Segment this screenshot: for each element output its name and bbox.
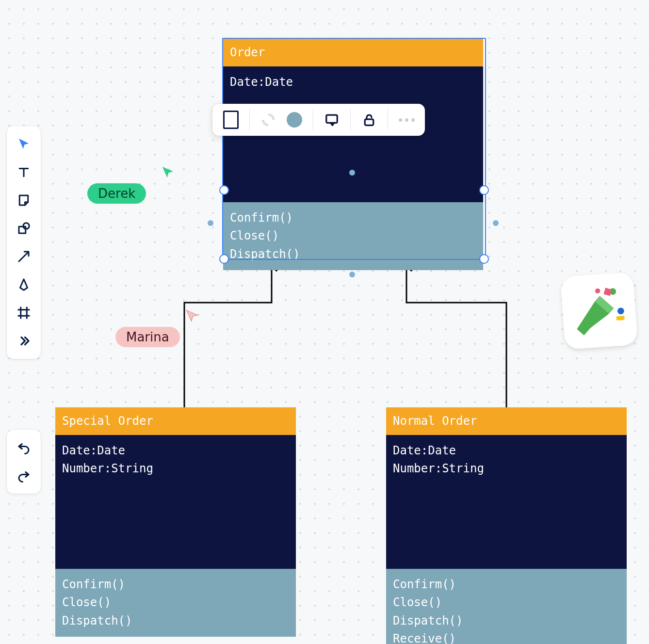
- svg-rect-7: [19, 226, 26, 233]
- text-tool[interactable]: [11, 159, 37, 185]
- selection-mid-handle[interactable]: [349, 272, 355, 277]
- collaborator-cursor-marina: Marina: [115, 308, 180, 347]
- separator: [350, 109, 351, 131]
- separator: [388, 109, 388, 131]
- party-popper-icon: [570, 282, 627, 339]
- shape-tool[interactable]: [11, 215, 37, 242]
- collaborator-label: Marina: [115, 327, 180, 347]
- selection-handle[interactable]: [219, 185, 229, 195]
- select-tool[interactable]: [11, 131, 37, 157]
- class-methods: Confirm() Close() Dispatch() Receive(): [386, 569, 627, 644]
- fill-color-button[interactable]: [287, 112, 302, 128]
- svg-rect-1: [365, 119, 373, 126]
- sticky-note-tool[interactable]: [11, 187, 37, 213]
- class-box-special-order[interactable]: Special Order Date:Date Number:String Co…: [55, 407, 296, 637]
- collaborator-label: Derek: [87, 183, 146, 204]
- lock-button[interactable]: [361, 112, 377, 128]
- border-dash-button[interactable]: [260, 112, 276, 128]
- class-attributes: Date:Date Number:String: [55, 435, 296, 569]
- frame-tool[interactable]: [11, 300, 37, 326]
- class-attributes: Date:Date Number:String: [386, 435, 627, 569]
- class-methods: Confirm() Close() Dispatch(): [223, 202, 483, 270]
- separator: [313, 109, 313, 131]
- class-box-order[interactable]: Order Date:Date Confirm() Close() Dispat…: [223, 39, 483, 270]
- selection-mid-handle[interactable]: [493, 220, 499, 226]
- svg-point-6: [595, 288, 600, 293]
- party-popper-sticker[interactable]: [560, 272, 638, 350]
- class-title: Normal Order: [386, 407, 627, 435]
- selection-toolbar: [212, 104, 425, 136]
- svg-rect-0: [326, 115, 338, 123]
- diagram-canvas[interactable]: Order Date:Date Confirm() Close() Dispat…: [0, 0, 649, 644]
- selection-mid-handle[interactable]: [349, 170, 355, 176]
- collaborator-cursor-derek: Derek: [87, 165, 146, 204]
- tools-panel: [7, 126, 41, 359]
- history-panel: [7, 430, 41, 494]
- more-button[interactable]: [399, 112, 414, 128]
- class-box-normal-order[interactable]: Normal Order Date:Date Number:String Con…: [386, 407, 627, 644]
- comment-button[interactable]: [324, 112, 340, 128]
- arrow-tool[interactable]: [11, 243, 37, 270]
- class-methods: Confirm() Close() Dispatch(): [55, 569, 296, 637]
- undo-button[interactable]: [11, 435, 37, 461]
- selection-handle[interactable]: [219, 254, 229, 264]
- cursor-icon: [185, 308, 199, 323]
- svg-point-3: [617, 307, 624, 315]
- class-title: Special Order: [55, 407, 296, 435]
- more-tools[interactable]: [11, 328, 37, 354]
- selection-mid-handle[interactable]: [208, 220, 213, 226]
- pen-tool[interactable]: [11, 272, 37, 298]
- class-title: Order: [223, 39, 483, 66]
- redo-button[interactable]: [11, 463, 37, 489]
- selection-handle[interactable]: [479, 254, 489, 264]
- separator: [249, 109, 250, 131]
- svg-rect-5: [616, 316, 625, 321]
- border-style-button[interactable]: [223, 112, 239, 128]
- cursor-icon: [161, 165, 175, 179]
- selection-handle[interactable]: [479, 185, 489, 195]
